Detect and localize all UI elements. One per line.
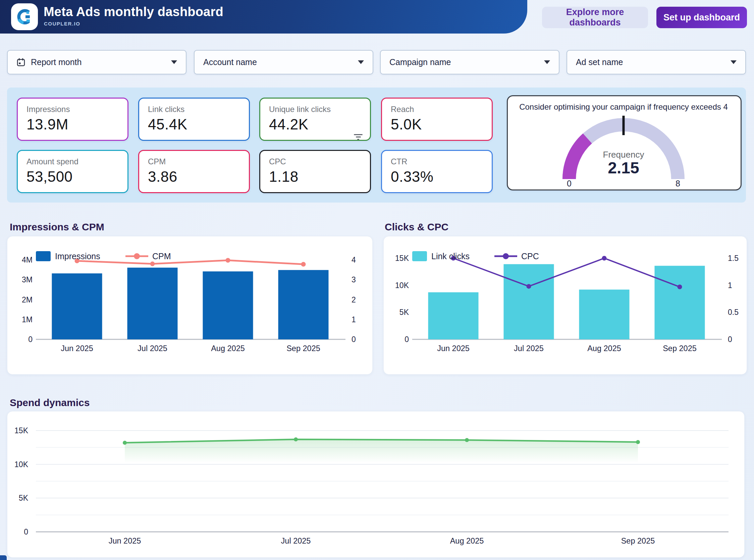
kpi-value: 0.33% bbox=[391, 168, 483, 185]
kpi-panel: Impressions 13.9M Link clicks 45.4K Uniq… bbox=[7, 87, 746, 202]
filter-label: Account name bbox=[203, 57, 353, 67]
header: Meta Ads monthly dashboard COUPLER.IO bbox=[0, 0, 527, 34]
svg-text:Jul 2025: Jul 2025 bbox=[138, 344, 167, 353]
section-title-clicks-cpc: Clicks & CPC bbox=[385, 221, 449, 233]
frequency-gauge: Consider optimising your campaign if fre… bbox=[508, 96, 740, 189]
impressions-cpm-chart: 01M2M3M4M01234Jun 2025Jul 2025Aug 2025Se… bbox=[7, 236, 373, 375]
svg-text:Sep 2025: Sep 2025 bbox=[663, 344, 697, 353]
frequency-gauge-card: Consider optimising your campaign if fre… bbox=[507, 95, 741, 191]
coupler-logo-glyph bbox=[15, 7, 34, 26]
svg-text:4: 4 bbox=[352, 256, 356, 264]
svg-text:0: 0 bbox=[404, 335, 409, 344]
svg-text:1: 1 bbox=[352, 315, 356, 324]
kpi-label: CPC bbox=[269, 157, 361, 166]
svg-text:Frequency: Frequency bbox=[603, 149, 644, 160]
filter-report-month[interactable]: Report month bbox=[7, 50, 186, 75]
kpi-value: 5.0K bbox=[391, 116, 483, 133]
spend-dynamics-chart-card: 05K10K15KJun 2025Jul 2025Aug 2025Sep 202… bbox=[7, 411, 745, 558]
svg-text:0: 0 bbox=[352, 335, 356, 344]
kpi-card-amount-spend: Amount spend 53,500 bbox=[17, 150, 128, 193]
svg-text:3: 3 bbox=[352, 275, 356, 284]
kpi-card-reach: Reach 5.0K bbox=[381, 98, 493, 141]
kpi-value: 44.2K bbox=[269, 116, 361, 133]
svg-text:0: 0 bbox=[28, 335, 33, 344]
svg-text:15K: 15K bbox=[15, 426, 28, 435]
svg-text:Aug 2025: Aug 2025 bbox=[587, 344, 621, 353]
set-up-dashboard-button[interactable]: Set up dashboard bbox=[656, 7, 747, 28]
filter-label: Ad set name bbox=[576, 57, 725, 67]
filter-label: Campaign name bbox=[390, 57, 539, 67]
gauge-value: 2.15 bbox=[608, 159, 639, 177]
explore-more-dashboards-button[interactable]: Explore more dashboards bbox=[542, 7, 648, 28]
coupler-logo-icon bbox=[11, 3, 38, 30]
kpi-card-impressions: Impressions 13.9M bbox=[17, 98, 128, 141]
chevron-down-icon bbox=[731, 60, 737, 64]
calendar-icon bbox=[16, 58, 25, 67]
clicks-cpc-chart-card: 05K10K15K00.511.5Jun 2025Jul 2025Aug 202… bbox=[383, 236, 747, 375]
kpi-card-cpc: CPC 1.18 bbox=[259, 150, 371, 193]
kpi-value: 1.18 bbox=[269, 168, 361, 185]
svg-text:0: 0 bbox=[728, 335, 732, 344]
svg-text:1M: 1M bbox=[22, 315, 33, 324]
spend-dynamics-chart: 05K10K15KJun 2025Jul 2025Aug 2025Sep 202… bbox=[7, 412, 745, 558]
svg-text:0: 0 bbox=[567, 179, 572, 188]
svg-text:10K: 10K bbox=[395, 281, 409, 290]
svg-text:5K: 5K bbox=[19, 494, 28, 502]
page-title: Meta Ads monthly dashboard bbox=[44, 5, 223, 19]
svg-text:3M: 3M bbox=[22, 275, 33, 284]
svg-text:5K: 5K bbox=[399, 308, 409, 317]
chevron-down-icon bbox=[171, 60, 177, 64]
svg-text:Aug 2025: Aug 2025 bbox=[211, 344, 245, 353]
filter-ad-set-name[interactable]: Ad set name bbox=[567, 50, 746, 75]
kpi-card-link-clicks: Link clicks 45.4K bbox=[138, 98, 250, 141]
dashboard-page: Meta Ads monthly dashboard COUPLER.IO Ex… bbox=[0, 0, 754, 560]
svg-text:CPM: CPM bbox=[152, 252, 171, 261]
filter-icon[interactable] bbox=[354, 134, 362, 141]
svg-text:Jun 2025: Jun 2025 bbox=[437, 344, 470, 353]
svg-text:Jun 2025: Jun 2025 bbox=[61, 344, 93, 353]
impressions-cpm-chart-card: 01M2M3M4M01234Jun 2025Jul 2025Aug 2025Se… bbox=[7, 236, 373, 375]
svg-text:2: 2 bbox=[352, 296, 356, 304]
brand-label: COUPLER.IO bbox=[44, 21, 80, 26]
svg-text:Jul 2025: Jul 2025 bbox=[514, 344, 544, 353]
chevron-down-icon bbox=[544, 60, 550, 64]
kpi-label: CPM bbox=[148, 157, 240, 166]
kpi-value: 53,500 bbox=[26, 168, 119, 185]
filter-campaign-name[interactable]: Campaign name bbox=[380, 50, 559, 75]
svg-text:15K: 15K bbox=[395, 254, 409, 263]
svg-text:1.5: 1.5 bbox=[728, 254, 738, 263]
svg-text:8: 8 bbox=[675, 179, 680, 188]
filter-account-name[interactable]: Account name bbox=[194, 50, 373, 75]
kpi-label: Reach bbox=[391, 105, 483, 114]
svg-text:CPC: CPC bbox=[521, 252, 539, 261]
chevron-down-icon bbox=[358, 60, 364, 64]
footer-strip bbox=[0, 555, 7, 560]
filter-label: Report month bbox=[31, 57, 166, 67]
svg-text:0: 0 bbox=[24, 527, 28, 536]
kpi-value: 45.4K bbox=[148, 116, 240, 133]
kpi-card-ctr: CTR 0.33% bbox=[381, 150, 493, 193]
kpi-label: Link clicks bbox=[148, 105, 240, 114]
svg-text:Sep 2025: Sep 2025 bbox=[621, 537, 655, 545]
svg-text:Jun 2025: Jun 2025 bbox=[109, 537, 141, 545]
svg-text:Jul 2025: Jul 2025 bbox=[281, 537, 311, 545]
kpi-value: 3.86 bbox=[148, 168, 240, 185]
clicks-cpc-chart: 05K10K15K00.511.5Jun 2025Jul 2025Aug 202… bbox=[384, 236, 747, 375]
svg-text:Aug 2025: Aug 2025 bbox=[450, 537, 484, 545]
svg-text:Impressions: Impressions bbox=[55, 252, 100, 261]
svg-text:0.5: 0.5 bbox=[728, 308, 738, 317]
kpi-value: 13.9M bbox=[26, 116, 119, 133]
gauge-title: Consider optimising your campaign if fre… bbox=[519, 102, 728, 111]
kpi-label: Unique link clicks bbox=[269, 105, 361, 114]
svg-text:2M: 2M bbox=[22, 296, 33, 304]
kpi-card-cpm: CPM 3.86 bbox=[138, 150, 250, 193]
kpi-label: Impressions bbox=[26, 105, 119, 114]
section-title-spend-dynamics: Spend dynamics bbox=[10, 397, 90, 408]
section-title-impressions-cpm: Impressions & CPM bbox=[10, 221, 104, 233]
kpi-label: Amount spend bbox=[26, 157, 119, 166]
svg-text:1: 1 bbox=[728, 281, 732, 290]
svg-text:4M: 4M bbox=[22, 256, 33, 264]
svg-text:Link clicks: Link clicks bbox=[431, 252, 470, 261]
kpi-label: CTR bbox=[391, 157, 483, 166]
svg-text:Sep 2025: Sep 2025 bbox=[286, 344, 320, 353]
